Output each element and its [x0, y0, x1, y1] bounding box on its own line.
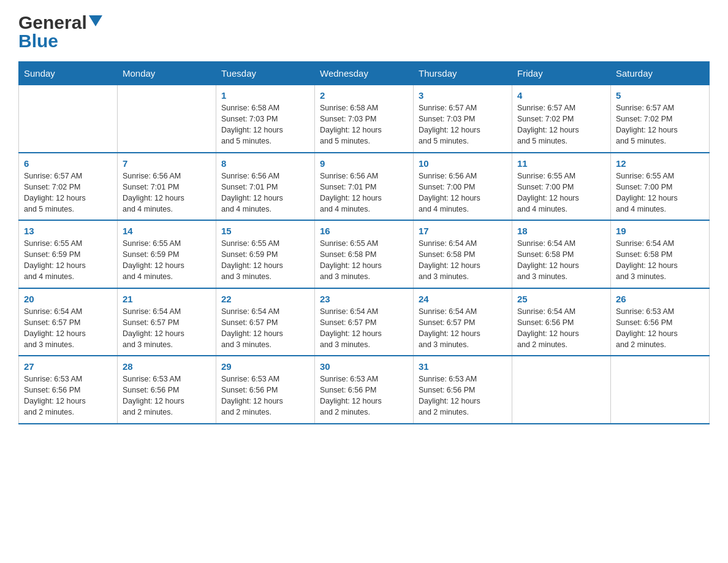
day-info: Sunrise: 6:54 AM Sunset: 6:57 PM Dayligh…: [221, 306, 309, 351]
day-number: 26: [616, 294, 704, 304]
day-number: 5: [616, 90, 704, 101]
day-info: Sunrise: 6:57 AM Sunset: 7:02 PM Dayligh…: [517, 102, 605, 147]
calendar-cell: 15Sunrise: 6:55 AM Sunset: 6:59 PM Dayli…: [216, 220, 315, 288]
day-number: 18: [517, 226, 605, 236]
logo-blue: Blue: [18, 31, 58, 51]
day-number: 1: [221, 90, 309, 101]
calendar-table: SundayMondayTuesdayWednesdayThursdayFrid…: [18, 61, 710, 424]
header: General Blue: [18, 12, 710, 52]
calendar-cell: 26Sunrise: 6:53 AM Sunset: 6:56 PM Dayli…: [611, 288, 710, 356]
day-info: Sunrise: 6:54 AM Sunset: 6:57 PM Dayligh…: [24, 306, 112, 351]
calendar-cell: [512, 356, 611, 424]
day-number: 16: [320, 226, 408, 236]
day-info: Sunrise: 6:55 AM Sunset: 7:00 PM Dayligh…: [517, 170, 605, 215]
svg-marker-0: [89, 15, 102, 26]
day-number: 11: [517, 158, 605, 169]
calendar-cell: 31Sunrise: 6:53 AM Sunset: 6:56 PM Dayli…: [414, 356, 512, 424]
day-number: 19: [616, 226, 704, 236]
day-info: Sunrise: 6:56 AM Sunset: 7:01 PM Dayligh…: [123, 170, 211, 215]
calendar-cell: 29Sunrise: 6:53 AM Sunset: 6:56 PM Dayli…: [216, 356, 315, 424]
day-number: 3: [419, 90, 507, 101]
calendar-cell: 22Sunrise: 6:54 AM Sunset: 6:57 PM Dayli…: [216, 288, 315, 356]
day-info: Sunrise: 6:54 AM Sunset: 6:57 PM Dayligh…: [123, 306, 211, 351]
calendar-cell: 7Sunrise: 6:56 AM Sunset: 7:01 PM Daylig…: [118, 153, 216, 221]
week-row-1: 1Sunrise: 6:58 AM Sunset: 7:03 PM Daylig…: [19, 85, 710, 153]
day-info: Sunrise: 6:57 AM Sunset: 7:02 PM Dayligh…: [24, 170, 112, 215]
day-info: Sunrise: 6:58 AM Sunset: 7:03 PM Dayligh…: [221, 102, 309, 147]
logo: General Blue: [18, 12, 102, 52]
calendar-body: 1Sunrise: 6:58 AM Sunset: 7:03 PM Daylig…: [19, 85, 710, 424]
calendar-cell: 8Sunrise: 6:56 AM Sunset: 7:01 PM Daylig…: [216, 153, 315, 221]
calendar-cell: 11Sunrise: 6:55 AM Sunset: 7:00 PM Dayli…: [512, 153, 611, 221]
week-row-5: 27Sunrise: 6:53 AM Sunset: 6:56 PM Dayli…: [19, 356, 710, 424]
calendar-cell: 13Sunrise: 6:55 AM Sunset: 6:59 PM Dayli…: [19, 220, 118, 288]
calendar-cell: 20Sunrise: 6:54 AM Sunset: 6:57 PM Dayli…: [19, 288, 118, 356]
day-number: 13: [24, 226, 112, 236]
calendar-cell: 30Sunrise: 6:53 AM Sunset: 6:56 PM Dayli…: [315, 356, 414, 424]
day-number: 23: [320, 294, 408, 304]
day-info: Sunrise: 6:56 AM Sunset: 7:00 PM Dayligh…: [419, 170, 507, 215]
day-info: Sunrise: 6:53 AM Sunset: 6:56 PM Dayligh…: [123, 373, 211, 418]
calendar-cell: 2Sunrise: 6:58 AM Sunset: 7:03 PM Daylig…: [315, 85, 414, 153]
header-cell-thursday: Thursday: [414, 62, 512, 85]
calendar-cell: [19, 85, 118, 153]
day-number: 9: [320, 158, 408, 169]
day-info: Sunrise: 6:58 AM Sunset: 7:03 PM Dayligh…: [320, 102, 408, 147]
calendar-header: SundayMondayTuesdayWednesdayThursdayFrid…: [19, 62, 710, 85]
calendar-cell: 4Sunrise: 6:57 AM Sunset: 7:02 PM Daylig…: [512, 85, 611, 153]
day-info: Sunrise: 6:55 AM Sunset: 6:59 PM Dayligh…: [123, 238, 211, 283]
day-number: 24: [419, 294, 507, 304]
day-info: Sunrise: 6:56 AM Sunset: 7:01 PM Dayligh…: [221, 170, 309, 215]
day-info: Sunrise: 6:57 AM Sunset: 7:03 PM Dayligh…: [419, 102, 507, 147]
day-number: 4: [517, 90, 605, 101]
day-info: Sunrise: 6:57 AM Sunset: 7:02 PM Dayligh…: [616, 102, 704, 147]
day-info: Sunrise: 6:54 AM Sunset: 6:58 PM Dayligh…: [616, 238, 704, 283]
day-number: 21: [123, 294, 211, 304]
week-row-4: 20Sunrise: 6:54 AM Sunset: 6:57 PM Dayli…: [19, 288, 710, 356]
day-info: Sunrise: 6:53 AM Sunset: 6:56 PM Dayligh…: [24, 373, 112, 418]
calendar-cell: 12Sunrise: 6:55 AM Sunset: 7:00 PM Dayli…: [611, 153, 710, 221]
day-info: Sunrise: 6:55 AM Sunset: 7:00 PM Dayligh…: [616, 170, 704, 215]
calendar-cell: 16Sunrise: 6:55 AM Sunset: 6:58 PM Dayli…: [315, 220, 414, 288]
day-number: 8: [221, 158, 309, 169]
calendar-cell: 10Sunrise: 6:56 AM Sunset: 7:00 PM Dayli…: [414, 153, 512, 221]
calendar-cell: 9Sunrise: 6:56 AM Sunset: 7:01 PM Daylig…: [315, 153, 414, 221]
calendar-cell: 24Sunrise: 6:54 AM Sunset: 6:57 PM Dayli…: [414, 288, 512, 356]
day-info: Sunrise: 6:55 AM Sunset: 6:59 PM Dayligh…: [24, 238, 112, 283]
day-number: 10: [419, 158, 507, 169]
day-info: Sunrise: 6:53 AM Sunset: 6:56 PM Dayligh…: [320, 373, 408, 418]
day-number: 2: [320, 90, 408, 101]
day-info: Sunrise: 6:53 AM Sunset: 6:56 PM Dayligh…: [616, 306, 704, 351]
day-number: 27: [24, 361, 112, 372]
day-info: Sunrise: 6:54 AM Sunset: 6:57 PM Dayligh…: [419, 306, 507, 351]
header-cell-sunday: Sunday: [19, 62, 118, 85]
day-number: 14: [123, 226, 211, 236]
day-number: 6: [24, 158, 112, 169]
week-row-2: 6Sunrise: 6:57 AM Sunset: 7:02 PM Daylig…: [19, 153, 710, 221]
day-number: 30: [320, 361, 408, 372]
calendar-cell: 5Sunrise: 6:57 AM Sunset: 7:02 PM Daylig…: [611, 85, 710, 153]
calendar-cell: 28Sunrise: 6:53 AM Sunset: 6:56 PM Dayli…: [118, 356, 216, 424]
calendar-cell: 19Sunrise: 6:54 AM Sunset: 6:58 PM Dayli…: [611, 220, 710, 288]
day-info: Sunrise: 6:54 AM Sunset: 6:58 PM Dayligh…: [517, 238, 605, 283]
calendar-cell: 14Sunrise: 6:55 AM Sunset: 6:59 PM Dayli…: [118, 220, 216, 288]
header-cell-saturday: Saturday: [611, 62, 710, 85]
day-number: 25: [517, 294, 605, 304]
calendar-cell: [611, 356, 710, 424]
week-row-3: 13Sunrise: 6:55 AM Sunset: 6:59 PM Dayli…: [19, 220, 710, 288]
day-info: Sunrise: 6:55 AM Sunset: 6:58 PM Dayligh…: [320, 238, 408, 283]
header-row: SundayMondayTuesdayWednesdayThursdayFrid…: [19, 62, 710, 85]
day-number: 15: [221, 226, 309, 236]
calendar-cell: 17Sunrise: 6:54 AM Sunset: 6:58 PM Dayli…: [414, 220, 512, 288]
logo-triangle-icon: [89, 15, 102, 29]
day-info: Sunrise: 6:56 AM Sunset: 7:01 PM Dayligh…: [320, 170, 408, 215]
day-info: Sunrise: 6:54 AM Sunset: 6:56 PM Dayligh…: [517, 306, 605, 351]
logo-general: General: [18, 12, 87, 33]
day-info: Sunrise: 6:53 AM Sunset: 6:56 PM Dayligh…: [419, 373, 507, 418]
day-number: 28: [123, 361, 211, 372]
calendar-cell: 25Sunrise: 6:54 AM Sunset: 6:56 PM Dayli…: [512, 288, 611, 356]
calendar-cell: 23Sunrise: 6:54 AM Sunset: 6:57 PM Dayli…: [315, 288, 414, 356]
calendar-cell: [118, 85, 216, 153]
day-number: 31: [419, 361, 507, 372]
header-cell-tuesday: Tuesday: [216, 62, 315, 85]
